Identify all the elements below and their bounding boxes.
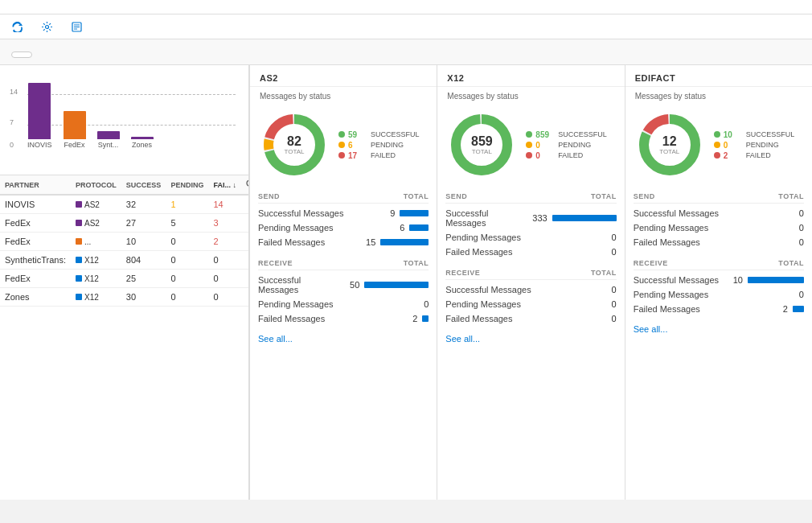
col-search[interactable] [241,175,248,196]
see-all-link[interactable]: See all... [625,319,812,339]
partners-data-table: PARTNER PROTOCOL SUCCESS PENDING FAI... … [0,175,248,307]
col-protocol: PROTOCOL [71,175,121,196]
donut-label: TOTAL [471,148,493,155]
msg-row: Pending Messages 0 [258,297,429,311]
table-row: INOVIS AS2 32 1 14 [0,195,248,214]
svg-point-6 [247,180,248,186]
bar-fedex: FedEx [64,111,86,149]
donut-total: 82 [284,135,304,148]
cell-partner: FedEx [0,214,71,233]
msg-row: Pending Messages 6 [258,220,429,235]
send-section: SEND TOTAL Successful Messages 9 Pending… [250,186,437,253]
msg-bar [380,239,429,245]
cell-failed: 0 [208,251,241,270]
cell-success: 32 [121,195,166,214]
send-title: SEND TOTAL [445,189,616,204]
cell-protocol: AS2 [71,195,121,214]
proto-title: X12 [437,65,624,87]
logs-button[interactable] [71,19,86,34]
legend-dot [714,152,720,159]
cell-failed: 0 [208,270,241,288]
msg-row: Failed Messages 0 [445,245,616,259]
receive-section: RECEIVE TOTAL Successful Messages 50 Pen… [250,253,437,329]
bar-synt: Synt... [97,131,120,149]
legend-dot [714,131,720,138]
receive-title: RECEIVE TOTAL [634,256,804,270]
cell-protocol: AS2 [71,214,121,233]
protocol-panel-x12: X12 Messages by status 859 TOTAL 859 SUC… [437,65,624,500]
donut-total: 859 [471,135,493,148]
cell-pending: 0 [166,270,208,288]
see-all-link[interactable]: See all... [437,329,624,348]
settings-button[interactable] [41,19,56,34]
donut-section: 12 TOTAL 10 SUCCESSFUL 0 PENDING 2 FAILE… [625,104,812,186]
partners-title [0,65,248,76]
legend-dot [338,142,345,148]
msg-row: Failed Messages 0 [445,311,616,326]
receive-section: RECEIVE TOTAL Successful Messages 10 Pen… [625,253,812,319]
legend-dot [526,142,532,148]
table-row: FedEx AS2 27 5 3 [0,214,248,233]
col-success: SUCCESS [121,175,166,196]
msg-bar [364,282,429,288]
cell-partner: FedEx [0,233,71,251]
settings-icon [41,21,52,32]
send-title: SEND TOTAL [258,189,429,204]
legend-dot [526,152,532,159]
donut-label: TOTAL [284,148,304,155]
msg-row: Successful Messages 333 [445,206,616,230]
cell-success: 30 [121,288,166,307]
cell-success: 25 [121,270,166,288]
cell-success: 10 [121,233,166,251]
legend-item: 859 SUCCESSFUL [526,130,607,139]
cell-pending: 1 [166,195,208,214]
refresh-button[interactable] [11,19,27,34]
table-row: Zones X12 30 0 0 [0,288,248,307]
col-pending: PENDING [166,175,208,196]
cell-pending: 0 [166,251,208,270]
partners-panel: 14 7 0 INOVIS FedEx [0,65,249,500]
time-range-button[interactable] [11,51,32,58]
cell-protocol: ... [71,233,121,251]
msg-row: Successful Messages 10 [634,273,804,287]
send-title: SEND TOTAL [634,189,804,204]
cell-action [241,195,248,214]
table-row: SyntheticTrans: X12 804 0 0 [0,251,248,270]
donut-section: 859 TOTAL 859 SUCCESSFUL 0 PENDING 0 FAI… [437,104,624,186]
legend-item: 2 FAILED [714,151,795,160]
proto-title: AS2 [250,65,437,87]
cell-failed: 0 [208,288,241,307]
msg-row: Failed Messages 0 [634,235,804,249]
cell-action [241,233,248,251]
receive-title: RECEIVE TOTAL [258,256,429,270]
legend-dot [526,131,532,138]
msg-row: Pending Messages 0 [445,230,616,245]
see-all-link[interactable]: See all... [250,329,437,348]
cell-protocol: X12 [71,270,121,288]
cell-failed: 2 [208,233,241,251]
msg-row: Pending Messages 0 [634,287,804,302]
legend-dot [714,142,720,148]
msg-row: Pending Messages 0 [634,220,804,235]
donut-chart: 12 TOTAL [634,109,706,181]
cell-partner: Zones [0,288,71,307]
cell-protocol: X12 [71,288,121,307]
cell-partner: SyntheticTrans: [0,251,71,270]
header [0,0,812,14]
protocols-area: AS2 Messages by status 82 TOTAL 59 SUCCE… [249,65,812,500]
receive-title: RECEIVE TOTAL [445,266,616,280]
legend-item: 0 FAILED [526,151,607,160]
msg-row: Failed Messages 2 [634,302,804,316]
donut-label: TOTAL [659,148,679,155]
msg-bar [409,224,429,231]
msg-row: Pending Messages 0 [445,297,616,311]
protocol-panel-edifact: EDIFACT Messages by status 12 TOTAL 10 S… [625,65,812,500]
msg-row: Failed Messages 2 [258,311,429,326]
legend-item: 0 PENDING [714,141,795,150]
cell-protocol: X12 [71,251,121,270]
logs-icon [71,21,82,32]
msg-row: Successful Messages 9 [258,206,429,220]
filter-bar [0,39,812,65]
msg-bar [552,215,617,221]
bar-zones: Zones [131,137,154,149]
